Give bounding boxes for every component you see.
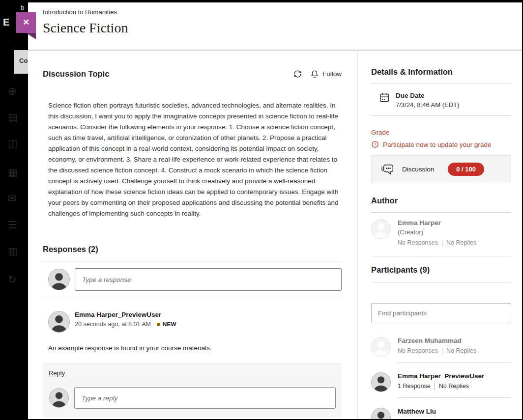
reply-compose-row — [43, 382, 342, 415]
reply-user-avatar — [49, 388, 69, 408]
participant-responses-count: 1 Response — [398, 383, 431, 390]
new-indicator-dot — [157, 323, 160, 326]
participant-meta: 1 Response No Replies — [398, 418, 511, 419]
calendar-icon — [379, 92, 390, 103]
response-author-avatar — [48, 311, 70, 333]
participants-heading: Participants (9) — [371, 265, 511, 275]
participant-replies-count: No Replies — [446, 347, 476, 354]
due-date-label: Due Date — [396, 92, 459, 99]
author-role: (Creator) — [398, 228, 476, 236]
follow-button[interactable]: Follow — [310, 70, 342, 79]
participant-avatar — [371, 337, 391, 357]
rail-table-icon: ▥ — [8, 246, 22, 256]
close-icon: ✕ — [23, 18, 29, 27]
rail-mail-icon: ✉ — [8, 193, 22, 203]
reply-section: Reply — [43, 364, 342, 418]
author-responses-count: No Responses — [398, 239, 438, 246]
reply-link[interactable]: Reply — [49, 369, 65, 377]
underlying-logo-fragment: E — [3, 17, 9, 28]
grade-score-pill[interactable]: 0 / 100 — [448, 163, 484, 176]
author-meta: No Responses No Replies — [398, 239, 476, 246]
participant-row[interactable]: Farzeen Muhammad No Responses No Replies — [371, 337, 511, 363]
rail-globe-icon: ⊕ — [8, 86, 22, 96]
discussion-prompt-text: Science fiction often portrays futuristi… — [48, 100, 341, 219]
rail-panels-icon: ◫ — [8, 138, 22, 148]
page-title: Science Fiction — [43, 20, 128, 36]
refresh-icon — [293, 69, 302, 79]
due-date-row: Due Date 7/3/24, 8:46 AM (EDT) — [371, 84, 511, 115]
response-body-text: An example response is found in your cou… — [48, 344, 342, 352]
author-row: Emma Harper (Creator) No Responses No Re… — [371, 213, 511, 246]
grade-label: Grade — [371, 129, 511, 136]
underlying-text-fragment: b — [21, 4, 24, 11]
find-participants-input[interactable] — [371, 303, 511, 323]
discussion-icon — [380, 162, 395, 177]
participant-name: Emma Harper_PreviewUser — [398, 372, 511, 380]
participant-replies-count: No Replies — [439, 418, 469, 419]
underlying-left-rail: b E Co ⊕ ▤ ◫ ▦ ✉ ☰ ▥ ↻ — [0, 0, 28, 420]
grade-warning[interactable]: Participate now to update your grade — [371, 140, 511, 148]
panel-header: Introduction to Humanities Science Ficti… — [43, 8, 128, 36]
response-author-name: Emma Harper_PreviewUser — [75, 311, 176, 318]
rail-grid-icon: ▦ — [8, 167, 22, 177]
participant-replies-count: No Replies — [439, 383, 469, 390]
participant-row[interactable]: Matthew Liu 1 Response No Replies — [371, 408, 511, 419]
refresh-button[interactable] — [293, 69, 302, 79]
underlying-tab-fragment: Co — [14, 50, 28, 74]
meta-separator — [435, 419, 435, 420]
participant-avatar — [371, 408, 391, 419]
participant-row[interactable]: Emma Harper_PreviewUser 1 Response No Re… — [371, 372, 511, 398]
bell-icon — [310, 70, 319, 79]
reply-bar: Reply — [43, 364, 342, 382]
meta-separator — [442, 348, 442, 354]
reply-input[interactable] — [74, 387, 336, 409]
rail-layout-icon: ▤ — [8, 112, 22, 122]
response-input[interactable] — [75, 268, 342, 291]
rail-list-icon: ☰ — [8, 220, 22, 230]
participant-meta: No Responses No Replies — [398, 347, 511, 354]
discussion-main-column: Discussion Topic Follow Science fiction … — [43, 51, 342, 418]
follow-label: Follow — [322, 70, 342, 78]
author-replies-count: No Replies — [446, 239, 476, 246]
close-panel-button[interactable]: ✕ — [16, 12, 36, 33]
alert-circle-icon — [371, 140, 379, 148]
participant-responses-count: No Responses — [398, 347, 438, 354]
author-name: Emma Harper — [398, 219, 476, 226]
details-heading: Details & Information — [371, 67, 511, 77]
discussion-panel: Introduction to Humanities Science Ficti… — [28, 2, 522, 419]
author-heading: Author — [371, 196, 511, 205]
responses-heading: Responses (2) — [43, 245, 342, 254]
participant-responses-count: 1 Response — [398, 418, 431, 419]
current-user-avatar — [48, 269, 70, 290]
response-timestamp-row: 20 seconds ago, at 8:01 AM NEW — [75, 321, 176, 328]
response-compose-row — [43, 261, 342, 298]
meta-separator — [435, 383, 435, 390]
participant-avatar — [371, 372, 391, 392]
meta-separator — [442, 240, 442, 246]
participant-name: Farzeen Muhammad — [398, 337, 511, 344]
author-avatar — [371, 219, 391, 239]
grade-item-label: Discussion — [402, 166, 434, 173]
author-bottom-divider — [371, 256, 511, 256]
response-item: Emma Harper_PreviewUser 20 seconds ago, … — [43, 298, 342, 339]
grade-box: Discussion 0 / 100 — [371, 155, 511, 183]
discussion-topic-heading: Discussion Topic — [43, 69, 109, 79]
breadcrumb-course-name: Introduction to Humanities — [43, 8, 128, 16]
due-date-divider — [371, 115, 511, 116]
response-timestamp: 20 seconds ago, at 8:01 AM — [75, 321, 151, 328]
participant-meta: 1 Response No Replies — [398, 383, 511, 390]
new-badge: NEW — [163, 321, 176, 327]
content-divider — [357, 51, 358, 419]
participant-name: Matthew Liu — [398, 408, 511, 415]
grade-warning-text: Participate now to update your grade — [383, 141, 492, 148]
due-date-value: 7/3/24, 8:46 AM (EDT) — [396, 101, 459, 109]
details-sidebar: Details & Information Due Date 7/3/24, 8… — [371, 51, 511, 419]
participants-divider — [371, 282, 511, 282]
rail-refresh-icon: ↻ — [8, 274, 22, 284]
